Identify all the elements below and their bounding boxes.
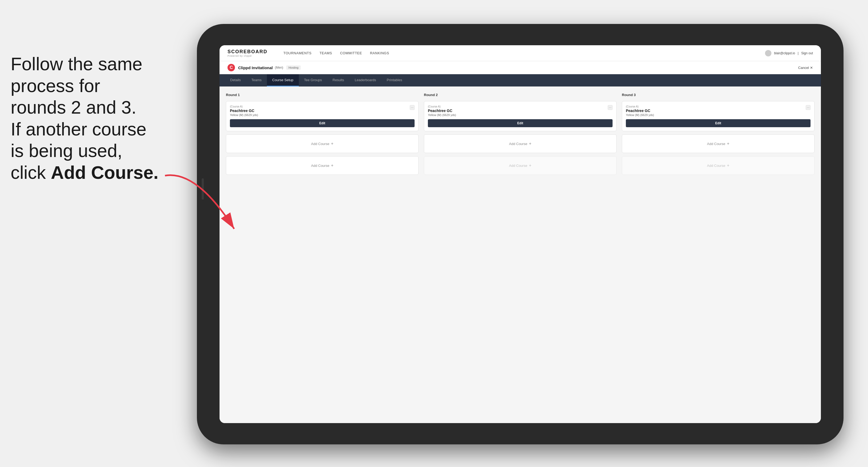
sub-header: C Clippd Invitational (Men) Hosting Canc… [220,61,821,74]
round-2-edit-button[interactable]: Edit [428,119,613,127]
round-2-label: Round 2 [424,93,617,97]
tablet-screen: SCOREBOARD Powered by clippd TOURNAMENTS… [220,45,821,423]
instruction-line1: Follow the same [11,54,142,74]
tab-bar: Details Teams Course Setup Tee Groups Re… [220,74,821,87]
round-1-card-options[interactable]: ⋯ [410,105,414,110]
round-3-add-course-1-label: Add Course [707,142,725,146]
round-1-add-course-2-label: Add Course [311,164,330,168]
logo-scoreboard: SCOREBOARD [227,49,268,55]
round-1-edit-button[interactable]: Edit [230,119,414,127]
hosting-badge: Hosting [286,65,301,70]
tablet-side-button [202,178,204,199]
tab-printables[interactable]: Printables [381,74,407,87]
round-2-card-options[interactable]: ⋯ [608,105,613,110]
tab-details[interactable]: Details [225,74,246,87]
sign-out-link[interactable]: Sign out [801,51,813,55]
round-2-course-label: (Course A) [428,105,613,108]
round-1-course-details: Yellow (M) (6629 yds) [230,113,414,117]
round-2-course-card: ⋯ (Course A) Peachtree GC Yellow (M) (66… [424,101,617,131]
logo-sub: Powered by clippd [227,55,268,57]
nav-right: blair@clippd.io | Sign out [765,50,813,56]
instruction-text: Follow the same process for rounds 2 and… [0,42,186,194]
instruction-line3: rounds 2 and 3. [11,97,136,117]
tournament-type: (Men) [275,66,283,69]
instruction-line6-bold: Add Course. [51,162,158,183]
tab-leaderboards[interactable]: Leaderboards [349,74,381,87]
round-3-add-course-2: Add Course + [622,156,814,175]
cancel-button[interactable]: Cancel ✕ [798,66,813,70]
round-2-column: Round 2 ⋯ (Course A) Peachtree GC Yellow… [424,93,617,175]
round-2-add-course-2-plus-icon: + [529,163,531,168]
round-3-card-options[interactable]: ⋯ [806,105,810,110]
rounds-grid: Round 1 ⋯ (Course A) Peachtree GC Yellow… [226,93,814,175]
round-3-course-name: Peachtree GC [626,108,810,113]
round-3-course-label: (Course A) [626,105,810,108]
round-3-add-course-2-label: Add Course [707,164,725,168]
round-2-add-course-2-label: Add Course [509,164,527,168]
logo-area: SCOREBOARD Powered by clippd [227,49,268,57]
tab-course-setup[interactable]: Course Setup [267,74,299,87]
instruction-line6-prefix: click [11,162,51,183]
round-2-add-course-1-label: Add Course [509,142,527,146]
tab-results[interactable]: Results [327,74,349,87]
instruction-line5: is being used, [11,141,122,161]
round-1-add-course-1-label: Add Course [311,142,330,146]
round-1-add-course-2[interactable]: Add Course + [226,156,418,175]
round-1-add-course-1-plus-icon: + [331,141,333,146]
main-content: Round 1 ⋯ (Course A) Peachtree GC Yellow… [220,87,821,423]
round-3-add-course-2-plus-icon: + [727,163,730,168]
clippd-logo: C [227,64,235,71]
round-1-course-card: ⋯ (Course A) Peachtree GC Yellow (M) (66… [226,101,418,131]
tournament-name: Clippd Invitational [238,65,273,70]
user-avatar [765,50,771,56]
round-3-label: Round 3 [622,93,814,97]
tablet-frame: SCOREBOARD Powered by clippd TOURNAMENTS… [197,24,843,444]
round-2-course-details: Yellow (M) (6629 yds) [428,113,613,117]
user-email: blair@clippd.io [774,51,795,55]
round-1-column: Round 1 ⋯ (Course A) Peachtree GC Yellow… [226,93,418,175]
nav-links: TOURNAMENTS TEAMS COMMITTEE RANKINGS [283,51,754,55]
round-3-add-course-1[interactable]: Add Course + [622,134,814,153]
nav-separator: | [798,51,799,55]
round-2-add-course-2: Add Course + [424,156,617,175]
round-2-course-name: Peachtree GC [428,108,613,113]
nav-teams[interactable]: TEAMS [319,51,332,55]
top-nav: SCOREBOARD Powered by clippd TOURNAMENTS… [220,45,821,61]
instruction-line2: process for [11,75,100,96]
round-1-add-course-1[interactable]: Add Course + [226,134,418,153]
round-2-add-course-1-plus-icon: + [529,141,531,146]
round-1-label: Round 1 [226,93,418,97]
round-3-add-course-1-plus-icon: + [727,141,730,146]
round-3-course-card: ⋯ (Course A) Peachtree GC Yellow (M) (66… [622,101,814,131]
round-2-add-course-1[interactable]: Add Course + [424,134,617,153]
tab-teams[interactable]: Teams [246,74,267,87]
nav-rankings[interactable]: RANKINGS [370,51,389,55]
nav-committee[interactable]: COMMITTEE [340,51,362,55]
round-3-column: Round 3 ⋯ (Course A) Peachtree GC Yellow… [622,93,814,175]
round-3-course-details: Yellow (M) (6629 yds) [626,113,810,117]
round-1-course-label: (Course A) [230,105,414,108]
tab-tee-groups[interactable]: Tee Groups [299,74,327,87]
round-3-edit-button[interactable]: Edit [626,119,810,127]
instruction-line4: If another course [11,119,146,139]
nav-tournaments[interactable]: TOURNAMENTS [283,51,312,55]
round-1-add-course-2-plus-icon: + [331,163,333,168]
round-1-course-name: Peachtree GC [230,108,414,113]
